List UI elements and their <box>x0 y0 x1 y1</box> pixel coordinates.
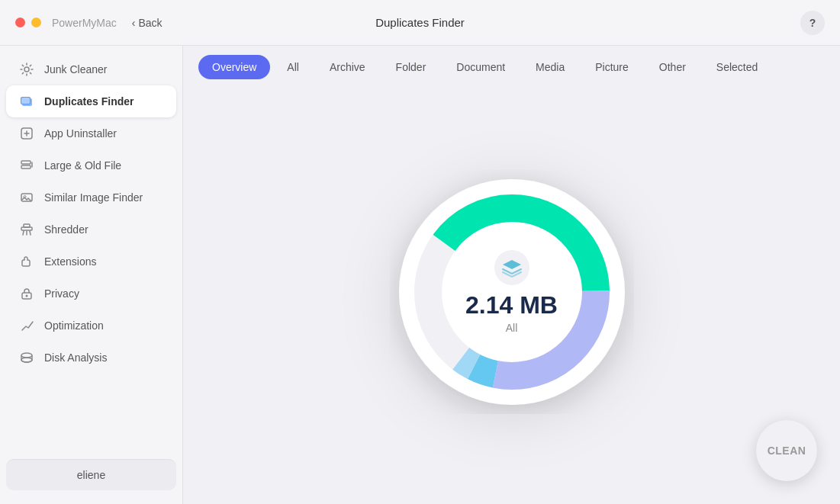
tab-picture[interactable]: Picture <box>581 55 642 79</box>
svg-point-17 <box>21 353 32 358</box>
sidebar-item-app-uninstaller[interactable]: App Uninstaller <box>6 117 176 149</box>
app-uninstaller-icon <box>18 125 35 142</box>
titlebar-title: Duplicates Finder <box>375 16 465 29</box>
image-icon <box>18 189 35 206</box>
donut-center: 2.14 MB All <box>465 250 558 334</box>
shredder-icon <box>18 221 35 238</box>
chevron-left-icon: ‹ <box>132 17 136 29</box>
extensions-icon <box>18 253 35 270</box>
sidebar-label: Extensions <box>44 255 96 268</box>
main-layout: Junk Cleaner Duplicates Finder App Unins… <box>0 46 840 504</box>
svg-point-18 <box>21 358 32 362</box>
sidebar-label: Disk Analysis <box>44 352 107 364</box>
sidebar-item-similar-image-finder[interactable]: Similar Image Finder <box>6 181 176 213</box>
tab-folder[interactable]: Folder <box>382 55 440 79</box>
svg-line-13 <box>30 231 31 235</box>
svg-line-11 <box>23 231 24 235</box>
tab-all[interactable]: All <box>273 55 313 79</box>
sidebar: Junk Cleaner Duplicates Finder App Unins… <box>0 46 183 504</box>
clean-button[interactable]: CLEAN <box>756 420 817 481</box>
chart-label: All <box>506 322 518 334</box>
layers-icon <box>494 250 529 285</box>
back-button[interactable]: ‹ Back <box>132 17 163 29</box>
back-label: Back <box>138 17 162 29</box>
sidebar-username[interactable]: eliene <box>6 459 176 490</box>
lock-icon <box>18 285 35 302</box>
sidebar-label: Duplicates Finder <box>44 95 134 108</box>
chart-area: 2.14 MB All CLEAN <box>183 79 840 504</box>
sidebar-label: Shredder <box>44 223 89 236</box>
sidebar-item-extensions[interactable]: Extensions <box>6 246 176 278</box>
sidebar-label: Optimization <box>44 319 104 332</box>
sidebar-label: Large & Old File <box>44 159 121 172</box>
disk-icon <box>18 349 35 366</box>
sidebar-label: Similar Image Finder <box>44 191 143 204</box>
svg-point-0 <box>24 67 29 72</box>
sidebar-label: Junk Cleaner <box>44 63 108 75</box>
tabs-bar: Overview All Archive Folder Document Med… <box>183 46 840 79</box>
tab-document[interactable]: Document <box>443 55 519 79</box>
svg-rect-3 <box>21 98 30 104</box>
tab-other[interactable]: Other <box>645 55 700 79</box>
large-file-icon <box>18 157 35 174</box>
minimize-button[interactable] <box>31 18 41 27</box>
tab-selected[interactable]: Selected <box>703 55 771 79</box>
tab-overview[interactable]: Overview <box>198 55 270 79</box>
close-button[interactable] <box>15 18 25 27</box>
sidebar-item-junk-cleaner[interactable]: Junk Cleaner <box>6 53 176 85</box>
sidebar-item-optimization[interactable]: Optimization <box>6 310 176 342</box>
sidebar-label: Privacy <box>44 287 79 300</box>
sidebar-item-duplicates-finder[interactable]: Duplicates Finder <box>6 85 176 117</box>
svg-rect-5 <box>21 161 31 164</box>
sidebar-item-disk-analysis[interactable]: Disk Analysis <box>6 342 176 374</box>
sidebar-label: App Uninstaller <box>44 127 117 140</box>
app-name: PowerMyMac <box>52 17 117 29</box>
donut-chart-container: 2.14 MB All <box>382 147 642 437</box>
svg-rect-14 <box>24 224 30 227</box>
chart-size-value: 2.14 MB <box>465 293 558 317</box>
gear-icon <box>18 61 35 78</box>
tab-media[interactable]: Media <box>522 55 578 79</box>
svg-point-16 <box>26 295 28 297</box>
sidebar-item-large-old-file[interactable]: Large & Old File <box>6 149 176 181</box>
titlebar: PowerMyMac ‹ Back Duplicates Finder ? <box>0 0 840 46</box>
content-area: Overview All Archive Folder Document Med… <box>183 46 840 504</box>
duplicates-icon <box>18 93 35 110</box>
traffic-lights <box>15 18 41 27</box>
sidebar-item-privacy[interactable]: Privacy <box>6 278 176 310</box>
tab-archive[interactable]: Archive <box>316 55 379 79</box>
optimization-icon <box>18 317 35 334</box>
help-button[interactable]: ? <box>800 11 825 35</box>
svg-rect-6 <box>21 165 31 169</box>
sidebar-item-shredder[interactable]: Shredder <box>6 213 176 246</box>
